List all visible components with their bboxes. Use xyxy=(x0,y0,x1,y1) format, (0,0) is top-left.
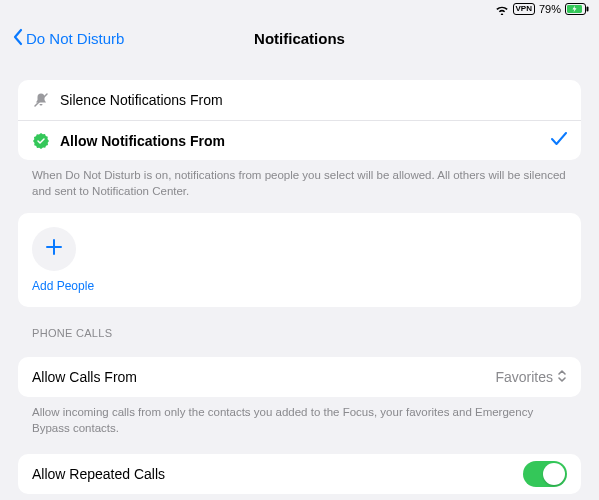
silence-from-label: Silence Notifications From xyxy=(60,92,567,108)
battery-percent: 79% xyxy=(539,3,561,15)
repeated-calls-group: Allow Repeated Calls xyxy=(18,454,581,494)
allow-calls-from-value: Favorites xyxy=(495,369,553,385)
plus-icon xyxy=(44,235,64,263)
chevron-left-icon xyxy=(12,28,24,49)
status-bar: VPN 79% xyxy=(0,0,599,18)
add-people-group: Add People xyxy=(18,213,581,307)
wifi-icon xyxy=(495,4,509,15)
svg-rect-2 xyxy=(587,7,589,12)
verified-badge-icon xyxy=(32,132,50,150)
back-label: Do Not Disturb xyxy=(26,30,124,47)
phone-calls-header: PHONE CALLS xyxy=(18,307,581,345)
add-people-label: Add People xyxy=(32,279,567,293)
notification-mode-footer: When Do Not Disturb is on, notifications… xyxy=(18,160,581,199)
back-button[interactable]: Do Not Disturb xyxy=(0,28,124,49)
add-people-button[interactable] xyxy=(32,227,76,271)
nav-bar: Do Not Disturb Notifications xyxy=(0,18,599,58)
silence-from-row[interactable]: Silence Notifications From xyxy=(18,80,581,120)
allow-repeated-calls-toggle[interactable] xyxy=(523,461,567,487)
vpn-badge: VPN xyxy=(513,3,535,15)
battery-icon xyxy=(565,3,589,15)
notification-mode-group: Silence Notifications From Allow Notific… xyxy=(18,80,581,160)
repeated-calls-footer: A second call from the same person withi… xyxy=(18,494,581,500)
allow-repeated-calls-row: Allow Repeated Calls xyxy=(18,454,581,494)
checkmark-icon xyxy=(551,132,567,149)
allow-calls-from-row[interactable]: Allow Calls From Favorites xyxy=(18,357,581,397)
allow-repeated-calls-label: Allow Repeated Calls xyxy=(32,466,513,482)
toggle-knob xyxy=(543,463,565,485)
allow-calls-footer: Allow incoming calls from only the conta… xyxy=(18,397,581,436)
allow-calls-from-label: Allow Calls From xyxy=(32,369,485,385)
allow-from-label: Allow Notifications From xyxy=(60,133,541,149)
bell-slash-icon xyxy=(32,91,50,109)
chevron-up-down-icon xyxy=(557,369,567,386)
allow-calls-group: Allow Calls From Favorites xyxy=(18,357,581,397)
allow-from-row[interactable]: Allow Notifications From xyxy=(18,120,581,160)
